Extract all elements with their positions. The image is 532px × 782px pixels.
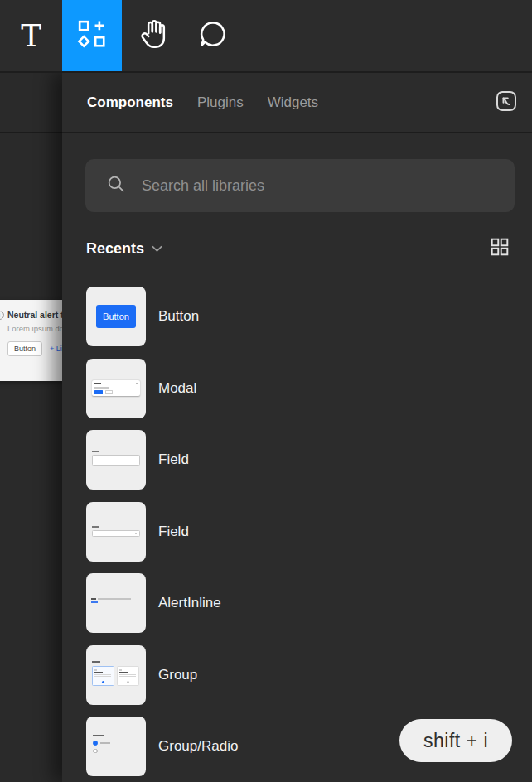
list-item-field-2[interactable]: Field: [86, 502, 532, 562]
component-name: Group: [158, 667, 197, 683]
component-name: Button: [158, 308, 199, 325]
info-icon: i: [0, 311, 4, 320]
components-tool-button[interactable]: [62, 0, 122, 71]
canvas[interactable]: i Neutral alert title Lorem ipsum dolor …: [0, 73, 62, 782]
thumb-group-preview: [92, 661, 139, 686]
component-thumbnail: [86, 573, 146, 633]
comment-tool-button[interactable]: [184, 0, 242, 71]
list-item-button[interactable]: Button Button: [86, 287, 532, 346]
top-toolbar: T: [0, 0, 532, 73]
component-thumbnail: Button: [86, 287, 146, 346]
grid-icon: [489, 236, 510, 261]
tab-components[interactable]: Components: [87, 94, 173, 111]
component-list: Button Button Modal: [62, 287, 532, 776]
tab-widgets[interactable]: Widgets: [268, 94, 318, 111]
search-icon: [105, 173, 127, 198]
recents-dropdown[interactable]: Recents: [86, 240, 162, 258]
search-input[interactable]: [142, 177, 500, 195]
component-thumbnail: [86, 645, 146, 705]
component-thumbnail: [86, 717, 146, 776]
search-bar[interactable]: [85, 159, 515, 212]
component-name: Modal: [158, 380, 196, 397]
hand-tool-button[interactable]: [122, 0, 184, 71]
text-tool-button[interactable]: T: [0, 0, 62, 71]
thumb-field-preview: [92, 451, 140, 466]
recents-title: Recents: [86, 240, 144, 258]
thumb-alert-preview: [91, 598, 141, 606]
component-name: Group/Radio: [158, 738, 238, 755]
component-name: AlertInline: [158, 595, 221, 611]
popout-arrow-icon: [494, 89, 519, 117]
components-icon: [76, 18, 108, 53]
recents-section-row: Recents: [62, 237, 532, 260]
component-thumbnail: [86, 359, 146, 418]
panel-tabs: Components Plugins Widgets: [87, 94, 492, 111]
list-item-field-1[interactable]: Field: [86, 430, 532, 490]
comment-bubble-icon: [197, 18, 229, 53]
thumb-modal-preview: [92, 380, 140, 396]
alert-button: Button: [7, 341, 42, 356]
thumb-radio-preview: [93, 735, 110, 756]
component-name: Field: [158, 451, 189, 468]
thumb-select-preview: [92, 526, 140, 538]
component-thumbnail: [86, 430, 146, 490]
tab-plugins[interactable]: Plugins: [197, 94, 244, 111]
popout-panel-button[interactable]: [492, 89, 520, 117]
chevron-down-icon: [152, 241, 162, 256]
list-item-alertinline[interactable]: AlertInline: [86, 573, 532, 633]
list-item-modal[interactable]: Modal: [86, 359, 532, 418]
grid-view-toggle[interactable]: [486, 234, 514, 263]
component-name: Field: [158, 524, 189, 540]
list-item-group[interactable]: Group: [86, 645, 532, 705]
text-tool-icon: T: [21, 21, 41, 51]
insert-panel: Components Plugins Widgets Recents: [62, 73, 532, 782]
hand-icon: [137, 17, 170, 54]
component-thumbnail: [86, 502, 146, 562]
canvas-divider: [0, 132, 62, 133]
shortcut-hint-badge: shift + i: [399, 719, 512, 762]
panel-header: Components Plugins Widgets: [62, 73, 532, 133]
thumb-button-preview: Button: [96, 305, 136, 328]
